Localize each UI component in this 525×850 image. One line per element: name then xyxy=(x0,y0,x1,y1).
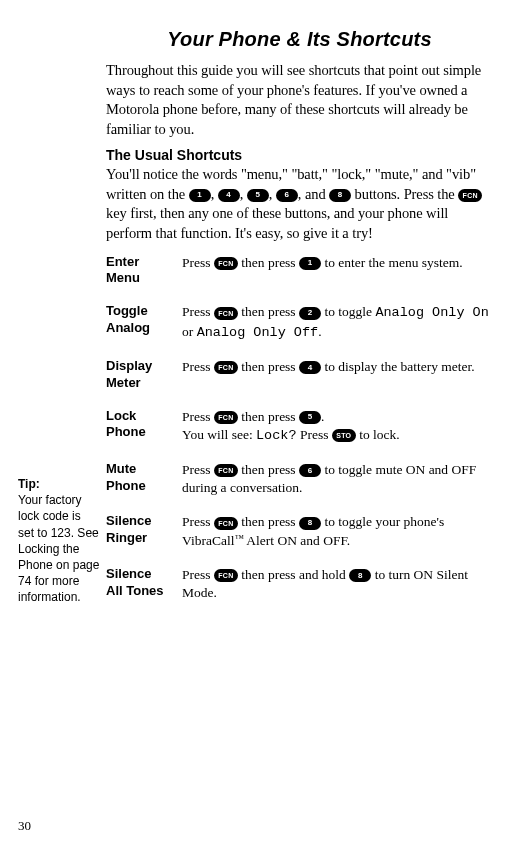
text: to toggle xyxy=(321,304,375,319)
trademark-symbol: ™ xyxy=(234,533,243,543)
shortcut-label: Silence Ringer xyxy=(106,513,170,549)
text: Ringer xyxy=(106,530,147,545)
lcd-text: Lock? xyxy=(256,428,297,443)
text: Phone xyxy=(106,424,146,439)
text: You will see: xyxy=(182,427,256,442)
sidebar-tip: Tip: Your factory lock code is set to 12… xyxy=(18,28,100,618)
key-fcn-icon: FCN xyxy=(214,307,238,320)
text: Alert ON and OFF. xyxy=(244,533,351,548)
shortcut-label: Enter Menu xyxy=(106,254,170,288)
text: Enter xyxy=(106,254,139,269)
text: Menu xyxy=(106,270,140,285)
text: Silence xyxy=(106,513,152,528)
shortcut-row: Silence All Tones Press FCN then press a… xyxy=(106,566,493,602)
text: Display xyxy=(106,358,152,373)
shortcut-label: Display Meter xyxy=(106,358,170,392)
text: . xyxy=(321,409,324,424)
shortcut-label: Silence All Tones xyxy=(106,566,170,602)
text: Press xyxy=(182,409,214,424)
key-1-icon: 1 xyxy=(189,189,211,202)
shortcut-row: Enter Menu Press FCN then press 1 to ent… xyxy=(106,254,493,288)
text: then press xyxy=(238,514,299,529)
text: to display the battery meter. xyxy=(321,359,475,374)
shortcut-row: Silence Ringer Press FCN then press 8 to… xyxy=(106,513,493,549)
shortcut-row: Toggle Analog Press FCN then press 2 to … xyxy=(106,303,493,341)
usual-shortcuts-heading: The Usual Shortcuts xyxy=(106,147,493,163)
page-number: 30 xyxy=(18,818,31,834)
text: All Tones xyxy=(106,583,164,598)
text: Analog xyxy=(106,320,150,335)
text: , xyxy=(269,186,276,202)
shortcut-desc: Press FCN then press 2 to toggle Analog … xyxy=(182,303,493,341)
key-fcn-icon: FCN xyxy=(214,517,238,530)
text: . xyxy=(318,324,321,339)
key-6-icon: 6 xyxy=(299,464,321,477)
key-5-icon: 5 xyxy=(299,411,321,424)
tip-heading: Tip: xyxy=(18,476,100,492)
key-fcn-icon: FCN xyxy=(214,464,238,477)
key-8-icon: 8 xyxy=(349,569,371,582)
key-8-icon: 8 xyxy=(329,189,351,202)
text: , and xyxy=(298,186,329,202)
text: Silence xyxy=(106,566,152,581)
key-4-icon: 4 xyxy=(299,361,321,374)
shortcuts-table: Enter Menu Press FCN then press 1 to ent… xyxy=(106,254,493,603)
shortcut-desc: Press FCN then press 6 to toggle mute ON… xyxy=(182,461,493,497)
text: Press xyxy=(182,462,214,477)
text: Press xyxy=(182,359,214,374)
text: , xyxy=(240,186,247,202)
text: Phone xyxy=(106,478,146,493)
text: Press xyxy=(182,514,214,529)
text: , xyxy=(211,186,218,202)
key-2-icon: 2 xyxy=(299,307,321,320)
text: to enter the menu system. xyxy=(321,255,463,270)
text: Press xyxy=(182,255,214,270)
intro-paragraph: Throughout this guide you will see short… xyxy=(106,61,493,139)
text: then press xyxy=(238,304,299,319)
key-fcn-icon: FCN xyxy=(214,569,238,582)
tip-body: Your factory lock code is set to 123. Se… xyxy=(18,492,100,605)
text: buttons. Press the xyxy=(351,186,458,202)
text: then press xyxy=(238,359,299,374)
text: Mute xyxy=(106,461,136,476)
text: Press xyxy=(182,304,214,319)
text: Lock xyxy=(106,408,136,423)
key-8-icon: 8 xyxy=(299,517,321,530)
text: Toggle xyxy=(106,303,148,318)
key-1-icon: 1 xyxy=(299,257,321,270)
page-content: Tip: Your factory lock code is set to 12… xyxy=(0,0,525,618)
key-fcn-icon: FCN xyxy=(458,189,482,202)
text: Press xyxy=(182,567,214,582)
key-5-icon: 5 xyxy=(247,189,269,202)
lcd-text: Analog Only Off xyxy=(197,325,319,340)
shortcut-row: Mute Phone Press FCN then press 6 to tog… xyxy=(106,461,493,497)
shortcut-label: Lock Phone xyxy=(106,408,170,445)
shortcut-desc: Press FCN then press 5. You will see: Lo… xyxy=(182,408,493,445)
key-fcn-icon: FCN xyxy=(214,411,238,424)
lcd-text: Analog Only On xyxy=(375,305,488,320)
text: or xyxy=(182,324,197,339)
shortcut-label: Mute Phone xyxy=(106,461,170,497)
text: then press xyxy=(238,255,299,270)
usual-shortcuts-paragraph: You'll notice the words "menu," "batt," … xyxy=(106,165,493,243)
shortcut-desc: Press FCN then press 4 to display the ba… xyxy=(182,358,493,392)
shortcut-label: Toggle Analog xyxy=(106,303,170,341)
shortcut-desc: Press FCN then press 1 to enter the menu… xyxy=(182,254,493,288)
shortcut-row: Lock Phone Press FCN then press 5. You w… xyxy=(106,408,493,445)
text: Meter xyxy=(106,375,141,390)
key-4-icon: 4 xyxy=(218,189,240,202)
shortcut-desc: Press FCN then press and hold 8 to turn … xyxy=(182,566,493,602)
key-6-icon: 6 xyxy=(276,189,298,202)
text: Press xyxy=(297,427,332,442)
text: then press and hold xyxy=(238,567,349,582)
text: key first, then any one of these buttons… xyxy=(106,205,448,241)
key-fcn-icon: FCN xyxy=(214,361,238,374)
key-sto-icon: STO xyxy=(332,429,356,442)
text: then press xyxy=(238,462,299,477)
main-column: Your Phone & Its Shortcuts Throughout th… xyxy=(106,28,493,618)
key-fcn-icon: FCN xyxy=(214,257,238,270)
page-title: Your Phone & Its Shortcuts xyxy=(106,28,493,51)
text: to lock. xyxy=(356,427,400,442)
shortcut-row: Display Meter Press FCN then press 4 to … xyxy=(106,358,493,392)
text: then press xyxy=(238,409,299,424)
